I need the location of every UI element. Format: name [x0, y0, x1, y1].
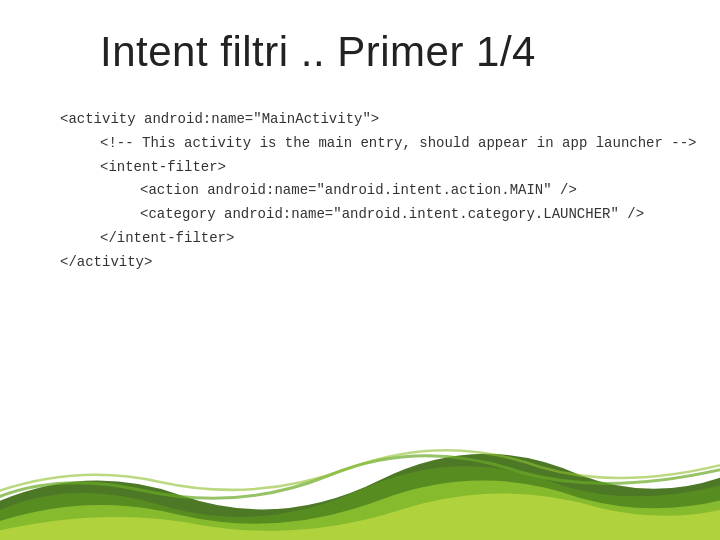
code-line-7: </activity>	[60, 251, 680, 275]
code-line-2: <!-- This activity is the main entry, sh…	[60, 132, 680, 156]
slide-title: Intent filtri .. Primer 1/4	[100, 28, 620, 76]
code-line-1: <activity android:name="MainActivity">	[60, 108, 680, 132]
code-line-6: </intent-filter>	[60, 227, 680, 251]
decorative-waves	[0, 420, 720, 540]
code-line-3: <intent-filter>	[60, 156, 680, 180]
code-line-4: <action android:name="android.intent.act…	[60, 179, 680, 203]
code-line-5: <category android:name="android.intent.c…	[60, 203, 680, 227]
slide: Intent filtri .. Primer 1/4 <activity an…	[0, 0, 720, 540]
code-block: <activity android:name="MainActivity"> <…	[60, 108, 680, 275]
